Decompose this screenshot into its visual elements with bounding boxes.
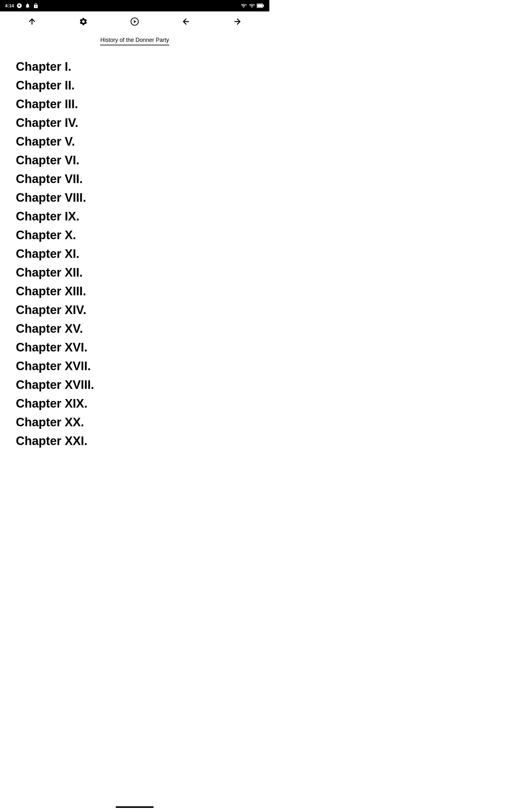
back-arrow-icon <box>181 17 190 26</box>
status-time: 4:14 <box>5 3 14 8</box>
chapter-item[interactable]: Chapter XV. <box>16 319 253 338</box>
wifi-icon <box>240 3 247 9</box>
svg-rect-1 <box>263 5 264 7</box>
chapter-item[interactable]: Chapter III. <box>16 95 253 113</box>
back-button[interactable] <box>176 14 195 29</box>
status-bar: 4:14 <box>0 0 269 11</box>
notification-icon <box>16 3 22 9</box>
play-button[interactable] <box>125 14 144 29</box>
toolbar <box>0 11 269 32</box>
book-title: History of the Donner Party <box>100 37 169 45</box>
svg-marker-5 <box>134 20 136 23</box>
chapter-item[interactable]: Chapter XIX. <box>16 394 253 413</box>
chapter-item[interactable]: Chapter XVII. <box>16 357 253 375</box>
chapter-item[interactable]: Chapter XI. <box>16 245 253 263</box>
chapter-item[interactable]: Chapter I. <box>16 57 253 76</box>
chapter-item[interactable]: Chapter X. <box>16 226 253 245</box>
chapter-item[interactable]: Chapter XII. <box>16 263 253 282</box>
up-arrow-icon <box>27 17 37 26</box>
chapter-item[interactable]: Chapter XIII. <box>16 282 253 301</box>
lock-icon <box>33 3 39 9</box>
settings-button[interactable] <box>74 14 93 29</box>
chapter-item[interactable]: Chapter IV. <box>16 113 253 132</box>
chapter-list: Chapter I.Chapter II.Chapter III.Chapter… <box>0 48 269 463</box>
chapter-item[interactable]: Chapter XVI. <box>16 338 253 357</box>
battery-icon <box>257 3 264 9</box>
up-button[interactable] <box>22 14 42 29</box>
play-icon <box>130 17 139 26</box>
chapter-item[interactable]: Chapter XIV. <box>16 301 253 319</box>
status-right <box>240 3 264 9</box>
forward-button[interactable] <box>228 14 247 29</box>
chapter-item[interactable]: Chapter VI. <box>16 151 253 170</box>
chapter-item[interactable]: Chapter II. <box>16 76 253 95</box>
chapter-item[interactable]: Chapter VIII. <box>16 189 253 207</box>
status-left: 4:14 <box>5 3 39 9</box>
book-title-container: History of the Donner Party <box>0 32 269 48</box>
chapter-item[interactable]: Chapter XVIII. <box>16 375 253 394</box>
chapter-item[interactable]: Chapter XXI. <box>16 432 253 450</box>
signal-icon <box>249 3 255 9</box>
chapter-item[interactable]: Chapter XX. <box>16 413 253 432</box>
chapter-item[interactable]: Chapter V. <box>16 132 253 151</box>
gear-icon <box>79 17 88 26</box>
alarm-icon <box>25 3 31 9</box>
svg-rect-2 <box>257 4 263 7</box>
chapter-item[interactable]: Chapter VII. <box>16 170 253 189</box>
forward-arrow-icon <box>233 17 242 26</box>
chapter-item[interactable]: Chapter IX. <box>16 207 253 226</box>
